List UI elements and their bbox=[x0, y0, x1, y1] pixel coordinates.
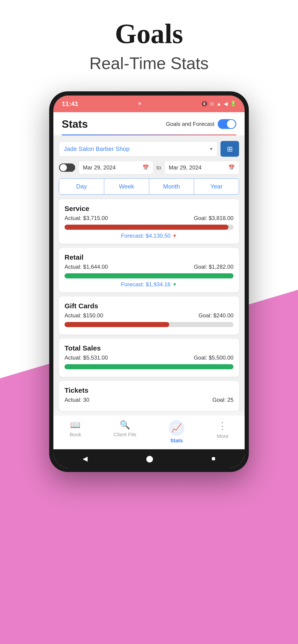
tab-month[interactable]: Month bbox=[149, 179, 194, 194]
status-time: 11:41 bbox=[62, 100, 79, 108]
tickets-goal: Goal: 25 bbox=[212, 397, 233, 403]
service-title: Service bbox=[65, 205, 233, 212]
nav-label-more: More bbox=[217, 433, 228, 439]
service-progress-fill bbox=[65, 225, 228, 230]
service-values: Actual: $3,715.00 Goal: $3,818.00 bbox=[65, 215, 233, 222]
nav-label-book: Book bbox=[70, 432, 81, 438]
retail-goal: Goal: $1,282.00 bbox=[194, 264, 233, 270]
salon-dropdown[interactable]: Jade Salon Barber Shop ▾ bbox=[59, 142, 217, 156]
salon-selector-row: Jade Salon Barber Shop ▾ ⊞ bbox=[59, 141, 239, 157]
service-card: Service Actual: $3,715.00 Goal: $3,818.0… bbox=[59, 199, 239, 244]
bottom-nav: 📖 Book 🔍 Client File 📈 Stats ⋮ More bbox=[53, 415, 245, 449]
giftcards-card: Gift Cards Actual: $150.00 Goal: $240.00 bbox=[59, 296, 239, 334]
to-calendar-icon: 📅 bbox=[228, 164, 235, 170]
stats-icon: 📈 bbox=[171, 423, 182, 433]
totalsales-progress-fill bbox=[65, 364, 233, 369]
retail-progress-bg bbox=[65, 273, 233, 278]
phone-screen: 11:41 ✳ 🔇 ⊙ ▲ ◀ 🔋 Stats Goals and Foreca… bbox=[53, 96, 245, 468]
date-toggle[interactable] bbox=[59, 164, 75, 172]
totalsales-goal: Goal: $5,500.00 bbox=[194, 354, 233, 361]
totalsales-progress-bg bbox=[65, 364, 233, 369]
more-icon: ⋮ bbox=[217, 420, 228, 432]
tickets-title: Tickets bbox=[65, 386, 233, 394]
back-button[interactable]: ◀ bbox=[83, 455, 88, 462]
register-icon: ⊞ bbox=[227, 145, 233, 153]
retail-actual: Actual: $1,644.00 bbox=[65, 264, 108, 270]
app-header-row: Stats Goals and Forecast bbox=[62, 118, 236, 130]
toggle-knob bbox=[227, 120, 235, 128]
date-toggle-knob bbox=[60, 164, 67, 171]
giftcards-goal: Goal: $240.00 bbox=[198, 312, 233, 319]
to-date-text: Mar 29, 2024 bbox=[169, 164, 201, 171]
nav-item-clientfile[interactable]: 🔍 Client File bbox=[114, 420, 136, 444]
status-icons: 🔇 ⊙ ▲ ◀ 🔋 bbox=[201, 101, 236, 107]
status-bar: 11:41 ✳ 🔇 ⊙ ▲ ◀ 🔋 bbox=[53, 96, 245, 112]
toggle-switch[interactable] bbox=[218, 119, 236, 129]
giftcards-progress-fill bbox=[65, 322, 169, 327]
app-title: Stats bbox=[62, 118, 88, 130]
nav-label-clientfile: Client File bbox=[114, 432, 136, 438]
retail-values: Actual: $1,644.00 Goal: $1,282.00 bbox=[65, 264, 233, 270]
wifi-icon: ▲ bbox=[216, 101, 221, 107]
tab-day[interactable]: Day bbox=[59, 179, 104, 194]
service-goal: Goal: $3,818.00 bbox=[194, 215, 233, 222]
nav-item-book[interactable]: 📖 Book bbox=[70, 420, 81, 444]
to-date-input[interactable]: Mar 29, 2024 📅 bbox=[164, 161, 239, 174]
phone-mockup: 11:41 ✳ 🔇 ⊙ ▲ ◀ 🔋 Stats Goals and Foreca… bbox=[49, 91, 249, 472]
service-actual: Actual: $3,715.00 bbox=[65, 215, 108, 222]
nav-item-stats[interactable]: 📈 Stats bbox=[169, 420, 184, 444]
totalsales-card: Total Sales Actual: $5,531.00 Goal: $5,5… bbox=[59, 339, 239, 377]
search-icon: 🔍 bbox=[120, 420, 130, 430]
retail-progress-fill bbox=[65, 273, 233, 278]
signal-icon: ◀ bbox=[224, 101, 228, 107]
giftcards-progress-bg bbox=[65, 322, 233, 327]
book-icon: 📖 bbox=[70, 420, 81, 430]
retail-card: Retail Actual: $1,644.00 Goal: $1,282.00… bbox=[59, 248, 239, 292]
app-header: Stats Goals and Forecast bbox=[53, 112, 245, 136]
giftcards-values: Actual: $150.00 Goal: $240.00 bbox=[65, 312, 233, 319]
retail-forecast-text: Forecast: $1,934.16 bbox=[121, 281, 170, 288]
nav-label-stats: Stats bbox=[170, 438, 183, 444]
dropdown-arrow-icon: ▾ bbox=[210, 146, 212, 152]
period-tabs: Day Week Month Year bbox=[59, 178, 239, 194]
service-forecast-row: Forecast: $4,130.50 ▼ bbox=[65, 232, 233, 239]
toggle-label: Goals and Forecast bbox=[166, 121, 214, 127]
retail-title: Retail bbox=[65, 254, 233, 261]
totalsales-title: Total Sales bbox=[65, 344, 233, 352]
page-subtitle: Real-Time Stats bbox=[89, 54, 208, 73]
retail-forecast-row: Forecast: $1,934.16 ▼ bbox=[65, 281, 233, 288]
circle-icon: ⊙ bbox=[210, 101, 214, 107]
tickets-card: Tickets Actual: 30 Goal: 25 bbox=[59, 381, 239, 411]
goals-forecast-toggle[interactable]: Goals and Forecast bbox=[166, 119, 236, 129]
from-date-input[interactable]: Mar 29, 2024 📅 bbox=[79, 161, 153, 174]
recent-button[interactable]: ■ bbox=[211, 455, 215, 462]
register-button[interactable]: ⊞ bbox=[220, 141, 239, 157]
status-star-icon: ✳ bbox=[138, 101, 142, 107]
battery-icon: 🔋 bbox=[230, 101, 236, 107]
volume-icon: 🔇 bbox=[201, 101, 207, 107]
retail-forecast-arrow: ▼ bbox=[172, 282, 177, 287]
android-nav-bar: ◀ ⬤ ■ bbox=[53, 449, 245, 468]
service-progress-bg bbox=[65, 225, 233, 230]
service-forecast-arrow: ▼ bbox=[172, 233, 177, 238]
tickets-values: Actual: 30 Goal: 25 bbox=[65, 397, 233, 403]
nav-item-more[interactable]: ⋮ More bbox=[217, 420, 228, 444]
service-forecast-text: Forecast: $4,130.50 bbox=[121, 232, 170, 239]
from-date-text: Mar 29, 2024 bbox=[83, 164, 116, 171]
tickets-actual: Actual: 30 bbox=[65, 397, 89, 403]
page-title: Goals bbox=[115, 18, 183, 49]
tab-week[interactable]: Week bbox=[104, 179, 149, 194]
giftcards-title: Gift Cards bbox=[65, 302, 233, 310]
app-content: Jade Salon Barber Shop ▾ ⊞ Mar 29, 2024 … bbox=[53, 136, 245, 411]
tab-year[interactable]: Year bbox=[194, 179, 239, 194]
salon-name: Jade Salon Barber Shop bbox=[64, 145, 130, 152]
date-separator: to bbox=[156, 164, 161, 171]
from-calendar-icon: 📅 bbox=[143, 164, 149, 170]
totalsales-actual: Actual: $5,531.00 bbox=[65, 354, 108, 361]
date-row: Mar 29, 2024 📅 to Mar 29, 2024 📅 bbox=[59, 161, 239, 174]
home-button[interactable]: ⬤ bbox=[146, 455, 153, 462]
totalsales-values: Actual: $5,531.00 Goal: $5,500.00 bbox=[65, 354, 233, 361]
giftcards-actual: Actual: $150.00 bbox=[65, 312, 103, 319]
stats-active-circle: 📈 bbox=[169, 420, 184, 436]
